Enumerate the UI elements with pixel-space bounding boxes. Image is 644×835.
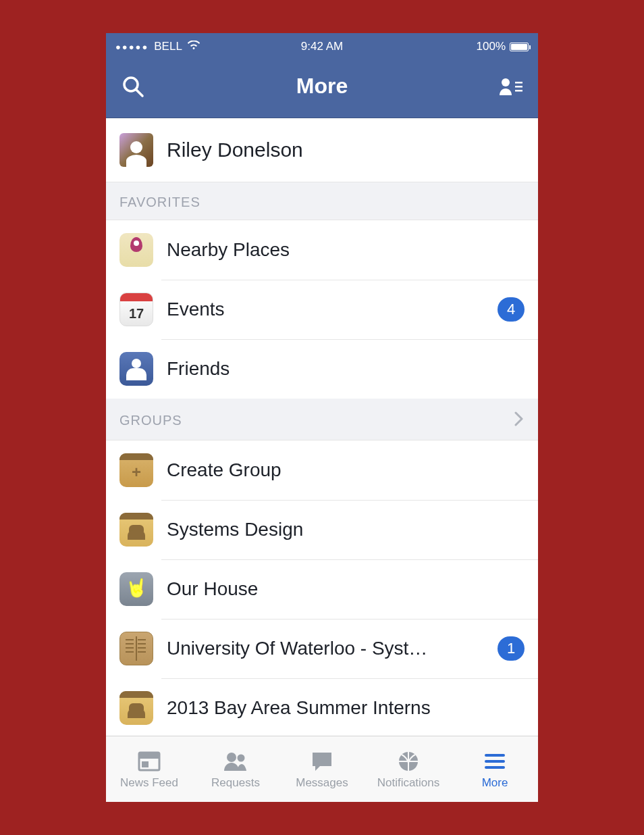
messages-icon — [311, 749, 333, 774]
phone-screen: ●●●●● BELL 9:42 AM 100% More Rile — [106, 33, 538, 802]
news-feed-icon — [138, 749, 161, 774]
row-friends[interactable]: Friends — [106, 339, 538, 399]
section-header-label: GROUPS — [119, 413, 182, 428]
requests-icon — [222, 749, 249, 774]
tab-messages[interactable]: Messages — [279, 736, 365, 802]
svg-point-10 — [238, 754, 245, 761]
section-header-groups[interactable]: GROUPS — [106, 399, 538, 440]
group-icon — [119, 513, 153, 547]
svg-rect-12 — [485, 754, 505, 757]
more-icon — [483, 749, 506, 774]
row-label: University Of Waterloo - Syst… — [167, 638, 498, 659]
wifi-icon — [188, 40, 200, 53]
events-icon: 17 — [119, 293, 153, 326]
tab-label: More — [482, 776, 508, 790]
svg-line-1 — [136, 90, 142, 96]
svg-rect-13 — [485, 760, 505, 763]
row-label: 2013 Bay Area Summer Interns — [167, 697, 525, 719]
our-house-icon — [119, 572, 153, 606]
section-header-label: FAVORITES — [119, 195, 200, 210]
person-list-icon — [499, 76, 523, 97]
content-scroll[interactable]: Riley Donelson FAVORITES Nearby Places 1… — [106, 118, 538, 736]
tab-requests[interactable]: Requests — [192, 736, 279, 802]
row-label: Friends — [167, 358, 525, 380]
group-icon — [119, 691, 153, 725]
row-label: Nearby Places — [167, 239, 525, 261]
badge-count: 4 — [498, 297, 525, 322]
page-title: More — [148, 74, 496, 99]
section-header-favorites: FAVORITES — [106, 182, 538, 220]
carrier-label: BELL — [154, 40, 182, 53]
tab-news-feed[interactable]: News Feed — [106, 736, 192, 802]
status-bar: ●●●●● BELL 9:42 AM 100% — [106, 33, 538, 60]
signal-dots-icon: ●●●●● — [115, 42, 149, 52]
tab-more[interactable]: More — [452, 736, 538, 802]
svg-rect-14 — [485, 766, 505, 769]
row-label: Systems Design — [167, 519, 525, 540]
row-events[interactable]: 17 Events 4 — [106, 280, 538, 339]
tab-notifications[interactable]: Notifications — [365, 736, 452, 802]
tab-label: News Feed — [120, 776, 178, 790]
avatar — [119, 133, 153, 167]
tab-bar: News Feed Requests Messages Notification… — [106, 736, 538, 802]
university-icon — [119, 632, 153, 665]
create-group-icon — [119, 453, 153, 487]
nearby-places-icon — [119, 233, 153, 267]
battery-icon — [510, 43, 529, 51]
profile-name: Riley Donelson — [167, 138, 303, 161]
row-nearby-places[interactable]: Nearby Places — [106, 220, 538, 280]
svg-rect-3 — [515, 82, 522, 84]
friends-icon — [119, 352, 153, 386]
row-university-waterloo[interactable]: University Of Waterloo - Syst… 1 — [106, 619, 538, 678]
svg-rect-7 — [139, 753, 159, 759]
svg-rect-8 — [142, 761, 149, 767]
svg-rect-5 — [515, 90, 522, 92]
svg-point-2 — [502, 78, 510, 86]
tab-label: Requests — [211, 776, 260, 790]
row-create-group[interactable]: Create Group — [106, 440, 538, 500]
chevron-right-icon — [514, 411, 525, 430]
friend-requests-button[interactable] — [496, 72, 526, 101]
badge-count: 1 — [498, 636, 525, 661]
row-label: Events — [167, 299, 498, 320]
row-bay-area-interns[interactable]: 2013 Bay Area Summer Interns — [106, 678, 538, 736]
clock-label: 9:42 AM — [253, 40, 391, 53]
search-button[interactable] — [118, 72, 148, 101]
svg-rect-4 — [515, 86, 522, 88]
row-our-house[interactable]: Our House — [106, 559, 538, 619]
profile-row[interactable]: Riley Donelson — [106, 118, 538, 182]
tab-label: Messages — [296, 776, 348, 790]
row-systems-design[interactable]: Systems Design — [106, 500, 538, 559]
tab-label: Notifications — [377, 776, 440, 790]
svg-point-9 — [227, 753, 236, 762]
battery-pct-label: 100% — [477, 40, 506, 53]
notifications-icon — [398, 749, 419, 774]
search-icon — [122, 75, 144, 98]
row-label: Our House — [167, 578, 525, 600]
calendar-day: 17 — [129, 306, 144, 322]
row-label: Create Group — [167, 459, 525, 481]
nav-header: More — [106, 60, 538, 118]
